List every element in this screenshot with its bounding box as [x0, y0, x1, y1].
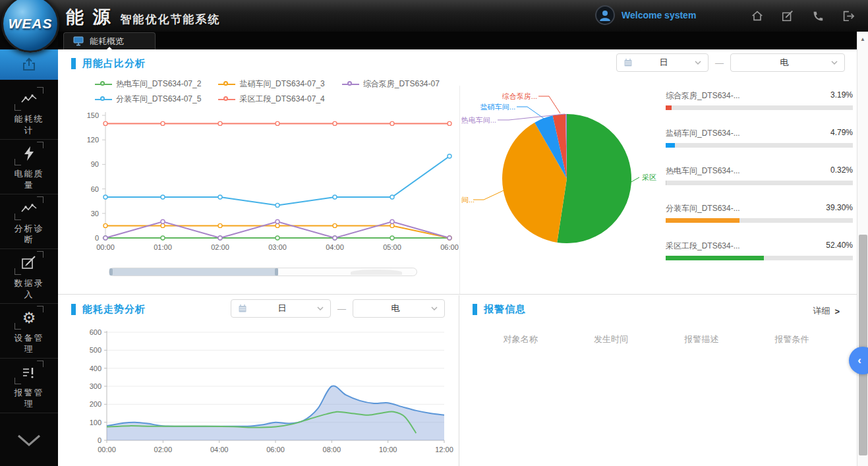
chevron-down-icon	[431, 306, 438, 310]
svg-text:150: 150	[87, 111, 99, 119]
panel-divider	[459, 86, 460, 294]
edit-icon[interactable]	[781, 9, 794, 25]
sidebar-item-alarm-management[interactable]: 报警管理	[0, 359, 58, 413]
sidebar-item-overview[interactable]	[0, 49, 58, 80]
sidebar-item-label: 数据录入	[10, 277, 48, 300]
sidebar-item-label: 设备管理	[10, 332, 48, 355]
sidebar-item-power-quality[interactable]: 电能质量	[0, 140, 58, 194]
svg-text:采区: 采区	[642, 173, 656, 181]
legend-marker-icon	[342, 81, 359, 88]
alarm-column-header: 报警条件	[747, 334, 837, 345]
legend-item[interactable]: 综合泵房_DTS634-07	[342, 78, 440, 90]
pencil-edit-icon	[16, 253, 42, 273]
legend-label: 热电车间_DTS634-07_2	[116, 78, 201, 90]
svg-text:盐硝车间...: 盐硝车间...	[480, 103, 515, 111]
svg-text:综合泵房...: 综合泵房...	[502, 92, 537, 100]
sidebar-item-label: 能耗统计	[10, 113, 48, 136]
ranking-bar-track	[666, 181, 853, 185]
ranking-item-name: 分装车间_DTS634-...	[666, 203, 740, 214]
legend-marker-icon	[218, 81, 235, 88]
data-zoom-selected-range[interactable]	[109, 268, 278, 276]
svg-text:60: 60	[91, 185, 99, 193]
alarm-detail-link[interactable]: 详细 >	[813, 305, 840, 317]
ranking-item-percent: 0.32%	[830, 165, 853, 177]
alarm-column-header: 对象名称	[475, 334, 565, 345]
scrollbar[interactable]: ▲	[857, 32, 868, 466]
svg-text:间...: 间...	[461, 196, 475, 204]
legend-label: 综合泵房_DTS634-07	[363, 78, 440, 90]
svg-text:05:00: 05:00	[383, 243, 401, 251]
app-title: 能 源 智能优化节能系统	[66, 5, 221, 29]
data-zoom-slider[interactable]	[109, 268, 417, 276]
legend-marker-icon	[218, 96, 235, 103]
sidebar-item-analysis-diagnosis[interactable]: 分析诊断	[0, 195, 58, 249]
usage-period-value: 日	[633, 57, 695, 69]
ranking-bar-track	[666, 105, 853, 110]
trend-period-value: 日	[247, 303, 317, 314]
sidebar-item-data-entry[interactable]: 数据录入	[0, 250, 58, 304]
ranking-bar-fill	[666, 256, 764, 260]
ranking-item: 盐硝车间_DTS634-...4.79%	[666, 128, 853, 148]
legend-marker-icon	[95, 81, 112, 88]
range-dash: —	[337, 304, 346, 314]
chevron-down-icon	[695, 61, 701, 65]
tab-energy-overview[interactable]: 能耗概览	[63, 32, 156, 49]
chevron-down-icon	[15, 433, 43, 448]
data-zoom-handle-left[interactable]	[109, 268, 113, 276]
ranking-bar-track	[666, 256, 853, 260]
trend-period-select[interactable]: 日	[231, 299, 331, 318]
sidebar-collapse-button[interactable]	[0, 414, 58, 466]
alarm-panel-title: 报警信息	[473, 303, 526, 316]
svg-text:100: 100	[90, 419, 101, 426]
trend-energy-select[interactable]: 电	[353, 299, 445, 318]
usage-period-select[interactable]: 日	[616, 53, 709, 72]
gear-icon: ⚙	[16, 308, 42, 328]
alarm-header-row: 对象名称发生时间报警描述报警条件	[475, 334, 837, 345]
ranking-item-name: 采区工段_DTS634-...	[666, 241, 740, 252]
user-avatar-icon	[595, 5, 615, 25]
legend-item[interactable]: 分装车间_DTS634-07_5	[95, 94, 201, 105]
ranking-item: 分装车间_DTS634-...39.30%	[666, 203, 853, 223]
sidebar-item-label: 电能质量	[10, 168, 48, 190]
trend-wave-icon	[16, 89, 42, 109]
ranking-bar-track	[666, 218, 853, 223]
svg-text:02:00: 02:00	[211, 243, 229, 251]
ranking-item-name: 盐硝车间_DTS634-...	[666, 128, 740, 139]
tab-active-pointer	[106, 47, 113, 50]
svg-text:400: 400	[90, 364, 101, 372]
usage-panel: 用能占比分析 日 — 电 热电车间_DTS634-07_2盐硝车间_DTS634…	[58, 49, 857, 295]
logout-icon[interactable]	[842, 9, 855, 25]
legend-item[interactable]: 热电车间_DTS634-07_2	[95, 78, 201, 90]
ranking-item-percent: 39.30%	[826, 203, 853, 214]
ranking-item-percent: 4.79%	[830, 128, 853, 139]
legend-item[interactable]: 采区工段_DTS634-07_4	[218, 94, 324, 105]
data-zoom-handle-right[interactable]	[275, 268, 278, 276]
ranking-bar-fill	[666, 181, 666, 185]
title-accent-bar	[473, 304, 477, 315]
sidebar-item-label: 报警管理	[10, 387, 48, 409]
user-menu[interactable]: Welcome system	[595, 5, 696, 25]
data-zoom-preview-shadow	[351, 270, 402, 275]
home-icon[interactable]	[751, 9, 764, 25]
sidebar-item-energy-statistics[interactable]: 能耗统计	[0, 86, 58, 140]
title-accent-bar	[71, 304, 76, 315]
scrollbar-thumb[interactable]	[859, 235, 867, 455]
alarm-panel: 报警信息 详细 > 对象名称发生时间报警描述报警条件	[459, 295, 857, 466]
ranking-bar-fill	[666, 105, 672, 110]
usage-panel-title: 用能占比分析	[71, 57, 146, 70]
usage-energy-select[interactable]: 电	[730, 53, 845, 72]
scroll-up-icon[interactable]: ▲	[857, 36, 868, 42]
sidebar-item-device-management[interactable]: ⚙ 设备管理	[0, 305, 58, 359]
usage-line-chart: 030609012015000:0001:0002:0003:0004:0005…	[67, 105, 463, 266]
phone-icon[interactable]	[811, 9, 825, 25]
app-title-main: 能 源	[66, 5, 113, 29]
ranking-item: 采区工段_DTS634-...52.40%	[666, 241, 853, 260]
chevron-down-icon	[831, 61, 838, 65]
ranking-bar-track	[666, 143, 853, 148]
legend-item[interactable]: 盐硝车间_DTS634-07_3	[218, 78, 324, 90]
svg-text:600: 600	[90, 328, 101, 336]
svg-text:200: 200	[90, 400, 101, 408]
trend-wave-icon	[16, 198, 42, 218]
legend-label: 盐硝车间_DTS634-07_3	[239, 78, 324, 90]
ranking-item-percent: 52.40%	[826, 241, 853, 252]
